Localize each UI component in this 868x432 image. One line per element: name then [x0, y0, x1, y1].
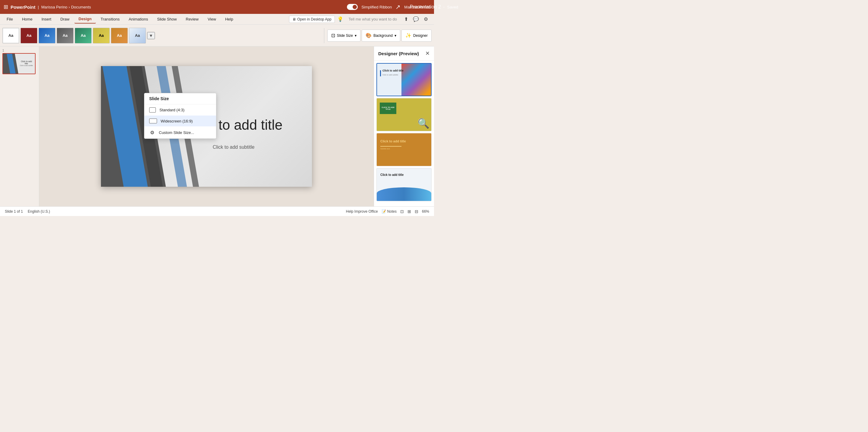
dt3-subtitle: Subtitle text: [380, 148, 390, 150]
simplified-ribbon-toggle[interactable]: [347, 4, 358, 10]
designer-template-1[interactable]: Click to add title Click to add subtitle: [376, 63, 432, 96]
tab-draw[interactable]: Draw: [56, 15, 73, 23]
theme-thumbnails: Aa Aa Aa Aa Aa Aa Aa Aa ▼: [2, 28, 321, 44]
designer-panel: Designer (Preview) ✕ Click to add title …: [374, 47, 434, 206]
dt2-green-box: CLICK TO ADD TITLE: [380, 103, 396, 114]
ribbon-tabs: File Home Insert Draw Design Transitions…: [0, 14, 434, 25]
tab-view[interactable]: View: [204, 15, 220, 23]
dt4-title-text: Click to add title: [380, 173, 404, 176]
theme-thumb-5[interactable]: Aa: [75, 28, 92, 44]
slide-thumbnail-1[interactable]: Click to add title Click to add subtitle: [2, 53, 36, 74]
dropdown-menu: Slide Size Standard (4:3) Widescreen (16…: [144, 93, 216, 139]
dt4-wave: [377, 188, 431, 201]
design-ribbon: Aa Aa Aa Aa Aa Aa Aa Aa ▼ ⊡ Slide Size ▾…: [0, 25, 434, 47]
breadcrumb-sep: ›: [69, 5, 70, 9]
open-desktop-button[interactable]: 🖥 Open in Desktop App: [289, 16, 335, 23]
share-icon[interactable]: ↗: [396, 3, 401, 10]
slide-size-chevron: ▾: [355, 33, 356, 38]
thumb-title: Click to add title: [19, 60, 34, 65]
theme-expand-button[interactable]: ▼: [147, 32, 155, 39]
slide-info: Slide 1 of 1: [5, 209, 23, 213]
widescreen-label: Widescreen (16:9): [161, 119, 193, 123]
slide-size-dropdown: Slide Size Standard (4:3) Widescreen (16…: [144, 93, 216, 139]
search-placeholder: Tell me what you want to do: [349, 17, 397, 22]
lightbulb-icon: 💡: [336, 16, 345, 22]
dropdown-item-standard[interactable]: Standard (4:3): [144, 105, 216, 116]
tab-design[interactable]: Design: [74, 15, 96, 24]
toolbar-right-icons: ⬆ 💬 ⚙: [401, 16, 432, 23]
dt2-magnify-icon: 🔍: [417, 118, 430, 129]
dt1-title: Click to add title: [382, 69, 407, 72]
tab-file[interactable]: File: [2, 15, 17, 23]
slide-canvas-area[interactable]: Click to add title Click to add subtitle…: [39, 47, 374, 206]
tab-animations[interactable]: Animations: [124, 15, 152, 23]
dt1-subtitle: Click to add subtitle: [382, 74, 407, 76]
dt3-title: Click to add title: [380, 139, 406, 143]
simplified-ribbon-label: Simplified Ribbon: [361, 5, 392, 9]
dropdown-item-custom[interactable]: ⚙ Custom Slide Size...: [144, 126, 216, 139]
help-improve[interactable]: Help Improve Office: [346, 209, 378, 213]
designer-icon: ✨: [405, 33, 411, 38]
language-info: English (U.S.): [28, 209, 50, 213]
theme-thumb-6[interactable]: Aa: [93, 28, 110, 44]
dt2-title-text: CLICK TO ADD TITLE: [380, 106, 396, 111]
designer-template-2[interactable]: CLICK TO ADD TITLE 🔍: [376, 98, 432, 131]
theme-thumb-7[interactable]: Aa: [111, 28, 128, 44]
designer-close-button[interactable]: ✕: [425, 50, 430, 57]
slide-number-1: 1: [2, 49, 36, 52]
tab-slideshow[interactable]: Slide Show: [153, 15, 181, 23]
tab-review[interactable]: Review: [181, 15, 203, 23]
app-name: PowerPoint: [10, 4, 36, 10]
background-chevron: ▾: [395, 33, 396, 38]
comments-button[interactable]: 💬: [412, 16, 420, 23]
tab-home[interactable]: Home: [18, 15, 37, 23]
zoom-level: 66%: [422, 209, 429, 213]
title-bar: ⊞ PowerPoint | Marissa Perino › Document…: [0, 0, 434, 14]
tab-transitions[interactable]: Transitions: [96, 15, 124, 23]
designer-template-4[interactable]: Click to add title: [376, 168, 432, 201]
dt1-photo: [401, 64, 431, 96]
notes-label: Notes: [387, 209, 397, 213]
presentation-title[interactable]: Presentation 2: [410, 4, 434, 10]
dropdown-header: Slide Size: [144, 93, 216, 105]
view-fit-icon[interactable]: ⊟: [415, 209, 418, 214]
view-normal-icon[interactable]: ⊡: [400, 209, 404, 214]
slide-panel: 1 Click to add title Click to add subtit…: [0, 47, 39, 206]
waffle-icon[interactable]: ⊞: [4, 4, 8, 10]
standard-icon: [149, 107, 156, 113]
settings-button[interactable]: ⚙: [423, 16, 429, 23]
background-label: Background: [373, 33, 393, 38]
standard-label: Standard (4:3): [159, 108, 184, 112]
slide-subtitle[interactable]: Click to add subtitle: [164, 144, 303, 150]
tab-help[interactable]: Help: [221, 15, 238, 23]
theme-thumb-4[interactable]: Aa: [57, 28, 73, 44]
dropdown-item-widescreen[interactable]: Widescreen (16:9): [144, 116, 216, 126]
notes-button[interactable]: 📝 Notes: [381, 209, 397, 213]
theme-thumb-8[interactable]: Aa: [129, 28, 146, 44]
breadcrumb-location[interactable]: Documents: [71, 5, 91, 9]
open-desktop-label: Open in Desktop App: [297, 17, 331, 22]
breadcrumb-user[interactable]: Marissa Perino: [41, 5, 67, 9]
status-right: Help Improve Office 📝 Notes ⊡ ⊞ ⊟ 66%: [346, 209, 429, 214]
theme-thumb-2[interactable]: Aa: [21, 28, 37, 44]
designer-template-3[interactable]: Click to add title Subtitle text: [376, 133, 432, 166]
tab-insert[interactable]: Insert: [37, 15, 56, 23]
theme-thumb-1[interactable]: Aa: [2, 28, 19, 44]
designer-title: Designer (Preview): [378, 51, 419, 56]
notes-icon: 📝: [381, 209, 386, 213]
main-area: 1 Click to add title Click to add subtit…: [0, 47, 434, 206]
theme-thumb-3[interactable]: Aa: [38, 28, 56, 44]
designer-button[interactable]: ✨ Designer: [401, 30, 432, 41]
slide-size-label: Slide Size: [337, 33, 353, 38]
share-button[interactable]: ⬆: [403, 16, 409, 23]
widescreen-icon: [149, 119, 157, 123]
slide-size-button[interactable]: ⊡ Slide Size ▾: [327, 30, 361, 41]
custom-gear-icon: ⚙: [149, 129, 155, 136]
view-grid-icon[interactable]: ⊞: [407, 209, 411, 214]
search-bar[interactable]: Tell me what you want to do: [346, 16, 400, 23]
dt3-line: [380, 146, 401, 147]
background-button[interactable]: 🎨 Background ▾: [362, 30, 400, 41]
title-center: Presentation 2 - Saved: [410, 4, 434, 10]
breadcrumb[interactable]: Marissa Perino › Documents: [41, 5, 91, 9]
open-desktop-icon: 🖥: [292, 17, 296, 22]
